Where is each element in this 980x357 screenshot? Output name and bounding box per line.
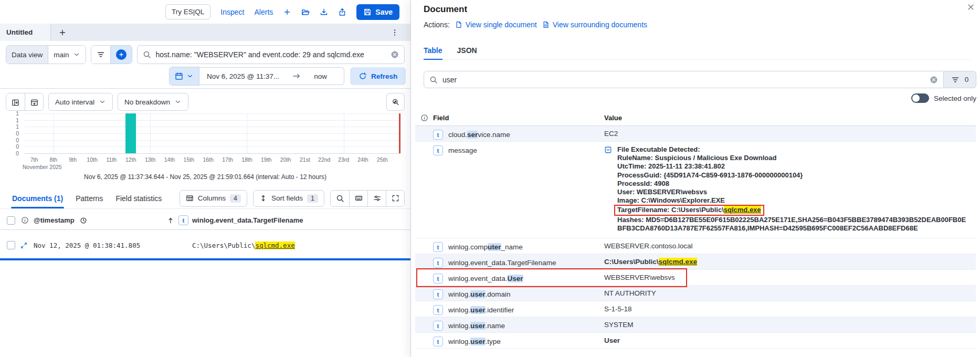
histogram-chart[interactable]: 11100007th8th9th10th11th12th13th14th15th… (0, 111, 411, 170)
interval-select[interactable]: Auto interval (48, 93, 113, 111)
time-picker-row: Nov 6, 2025 @ 11:37... now Refresh (0, 67, 410, 85)
field-search-input[interactable]: user (424, 71, 944, 88)
x-axis-label: 7th (30, 156, 38, 163)
refresh-icon (359, 72, 367, 80)
field-row[interactable]: twinlog.computer_nameWEBSERVER.contoso.l… (415, 238, 976, 254)
field-name: winlog.user.identifier (448, 306, 514, 314)
x-axis-label: 22nd (318, 156, 330, 163)
field-row[interactable]: twinlog.event_data.UserWEBSERVER\websvs (415, 270, 976, 286)
field-row[interactable]: twinlog.user.identifierS-1-5-18 (415, 301, 976, 317)
highlighted-match: sqlcmd.exe (255, 242, 294, 249)
document-row[interactable]: Nov 12, 2025 @ 01:38:41.805 C:\Users\Pub… (0, 233, 410, 257)
filter-controls (91, 45, 132, 64)
saved-query-filter-icon[interactable] (91, 46, 110, 64)
calendar-menu[interactable] (169, 67, 199, 86)
alerts-button[interactable]: Alerts (255, 8, 273, 16)
tab-json[interactable]: JSON (457, 46, 477, 59)
breakdown-select[interactable]: No breakdown (118, 93, 188, 111)
field-name: message (448, 146, 477, 154)
inspect-button[interactable]: Inspect (220, 8, 244, 16)
collapse-value-icon[interactable] (604, 146, 612, 154)
x-axis-label: 10th (87, 156, 97, 163)
select-all-checkbox[interactable] (7, 216, 15, 225)
columns-button[interactable]: Columns 4 (180, 190, 247, 207)
try-esql-button[interactable]: Try ES|QL (165, 4, 210, 19)
field-type-badge: t (433, 337, 443, 346)
tab-untitled[interactable]: Untitled (0, 24, 51, 41)
tab-documents[interactable]: Documents (1) (6, 188, 69, 208)
sort-asc-arrow-icon[interactable] (167, 217, 174, 224)
view-surrounding-documents-link[interactable]: View surrounding documents (542, 20, 647, 29)
target-filename-column-header[interactable]: winlog.event_data.TargetFilename (192, 216, 303, 224)
field-type-badge: t (433, 289, 443, 299)
download-icon[interactable] (320, 8, 328, 16)
share-icon[interactable] (338, 8, 346, 16)
fullscreen-icon[interactable] (386, 191, 404, 206)
data-view-label: Data view (6, 46, 48, 64)
end-date[interactable]: now (314, 72, 336, 80)
start-date[interactable]: Nov 6, 2025 @ 11:37... (207, 72, 279, 80)
refresh-button[interactable]: Refresh (350, 67, 406, 85)
gridline (150, 113, 151, 153)
histogram-toolbar: Auto interval No breakdown (0, 93, 410, 111)
date-range-field[interactable]: Nov 6, 2025 @ 11:37... now (199, 67, 344, 85)
field-search-value: user (442, 76, 925, 84)
field-type-badge: t (433, 258, 443, 268)
clear-search-icon[interactable] (930, 76, 938, 84)
tab-field-statistics[interactable]: Field statistics (109, 188, 168, 208)
value-column-header: Value (604, 114, 622, 122)
open-folder-icon[interactable] (301, 8, 310, 16)
view-single-document-link[interactable]: View single document (455, 20, 537, 29)
clear-query-icon[interactable] (391, 50, 399, 59)
columns-icon (186, 194, 194, 202)
grid-header-row: @timestamp t winlog.event_data.TargetFil… (0, 211, 410, 230)
add-filter-button[interactable] (110, 46, 132, 64)
histogram-bar[interactable] (125, 113, 136, 153)
field-match-highlight: user (470, 290, 486, 298)
edit-visualization-icon[interactable] (386, 93, 405, 111)
chart-layout-icon[interactable] (25, 93, 43, 111)
data-view-select[interactable]: main (48, 46, 85, 64)
tab-table[interactable]: Table (424, 46, 442, 59)
field-match-highlight: user (470, 322, 486, 330)
move-panel-icon[interactable] (6, 93, 25, 111)
row-checkbox[interactable] (7, 241, 15, 249)
query-input[interactable]: host.name: "WEBSERVER" and event.code: 2… (137, 45, 405, 64)
display-options-icon[interactable] (367, 191, 386, 206)
x-axis-label: 16th (203, 156, 213, 163)
close-icon[interactable] (967, 3, 975, 11)
tab-menu-icon[interactable] (391, 28, 399, 37)
field-column-header: Field (433, 114, 449, 122)
field-row[interactable]: tmessageFile Executable Detected:RuleNam… (415, 142, 976, 238)
x-axis-label: 20th (280, 156, 291, 163)
x-axis-label: 13th (145, 156, 155, 163)
field-row[interactable]: twinlog.user.typeUser (415, 333, 976, 349)
sort-count-badge: 1 (307, 194, 318, 203)
field-type-badge: t (433, 274, 443, 284)
field-filter-button[interactable]: 0 (944, 71, 976, 88)
selected-row-indicator (0, 258, 410, 260)
search-icon (429, 76, 438, 84)
sort-fields-button[interactable]: Sort fields 1 (253, 190, 324, 207)
x-axis-month-label: November 2025 (23, 164, 62, 170)
field-row[interactable]: twinlog.user.nameSYSTEM (415, 317, 976, 333)
save-button[interactable]: Save (356, 4, 399, 20)
arrow-right-icon (292, 72, 301, 80)
tab-patterns[interactable]: Patterns (69, 188, 109, 208)
add-tab-icon[interactable] (58, 28, 67, 37)
field-row[interactable]: twinlog.event_data.TargetFilenameC:\User… (415, 254, 976, 270)
document-lines-icon (542, 21, 550, 28)
selected-only-toggle[interactable] (911, 93, 929, 103)
y-axis-tick: 1 (4, 117, 19, 123)
field-match-highlight: user (470, 306, 486, 314)
expand-document-icon[interactable] (20, 242, 27, 249)
field-type-badge: t (433, 130, 443, 140)
field-row[interactable]: twinlog.user.domainNT AUTHORITY (415, 286, 976, 301)
search-in-table-icon[interactable] (331, 191, 349, 206)
keyboard-icon[interactable] (349, 191, 367, 206)
new-item-icon[interactable] (283, 8, 291, 16)
timestamp-column-header[interactable]: @timestamp (34, 216, 75, 224)
field-row[interactable]: tcloud.service.nameEC2 (415, 126, 976, 142)
document-flyout: Document Actions: View single document V… (411, 0, 980, 357)
field-type-badge: t (433, 305, 443, 315)
